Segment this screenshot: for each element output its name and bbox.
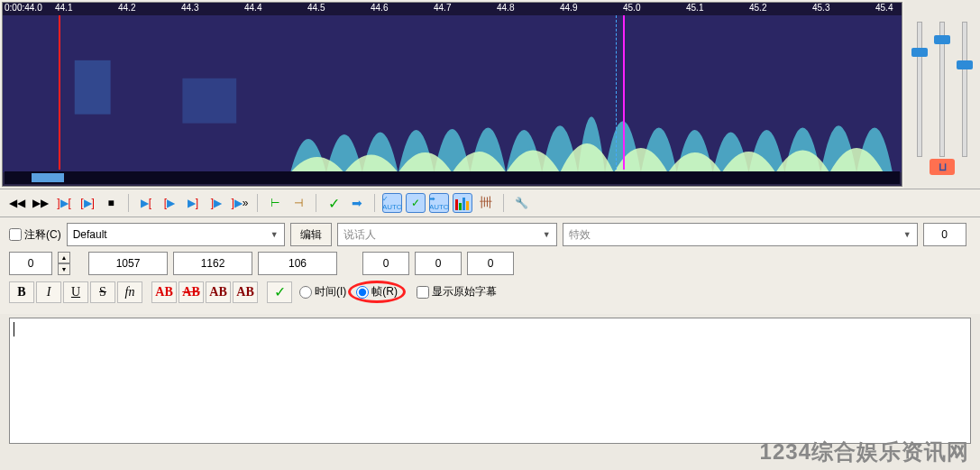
color1-button[interactable]: AB xyxy=(151,281,177,303)
audio-toolbar: ◀◀ ▶▶ ]▶[ [▶] ■ ▶[ [▶ ▶] ]▶ ]▶» ⊢ ⊣ ✓ ➡ … xyxy=(0,189,980,217)
auto-commit-button[interactable]: ✓ xyxy=(406,193,426,213)
link-toggle-button[interactable]: ⊔ xyxy=(930,159,955,175)
svg-rect-1 xyxy=(75,60,111,115)
italic-button[interactable]: I xyxy=(36,281,61,303)
start-time-input[interactable]: 1057 xyxy=(88,252,168,275)
settings-button[interactable]: 🔧 xyxy=(511,193,531,213)
commit-text-button[interactable]: ✓ xyxy=(267,281,292,303)
watermark-text: 1234综合娱乐资讯网 xyxy=(760,438,969,466)
auto-next-button[interactable]: ➡AUTO xyxy=(429,193,449,213)
end-time-input[interactable]: 1162 xyxy=(173,252,252,275)
svg-rect-2 xyxy=(182,78,236,124)
ruler-start: 0:00:44.0 xyxy=(5,3,42,13)
svg-rect-3 xyxy=(455,199,458,210)
spectrogram-display[interactable] xyxy=(3,15,902,170)
lead-out-button[interactable]: ⊣ xyxy=(289,193,308,213)
keyframe-marker xyxy=(616,15,617,170)
show-original-checkbox[interactable]: 显示原始字幕 xyxy=(417,284,497,300)
prev-line-button[interactable]: ◀◀ xyxy=(7,193,27,213)
layer-input[interactable]: 0 xyxy=(9,252,52,275)
play-before-end-button[interactable]: ▶] xyxy=(183,193,203,213)
volume-slider[interactable] xyxy=(962,22,967,157)
karaoke-button[interactable]: 卌 xyxy=(476,193,496,213)
play-after-end-button[interactable]: ]▶ xyxy=(206,193,226,213)
slider-panel: ⊔ xyxy=(904,0,980,189)
color3-button[interactable]: AB xyxy=(206,281,231,303)
frame-mode-highlight: 帧(R) xyxy=(348,281,406,303)
font-button[interactable]: fn xyxy=(117,281,142,303)
svg-rect-4 xyxy=(459,203,462,210)
comment-checkbox[interactable]: 注释(C) xyxy=(9,227,61,243)
chevron-down-icon: ▼ xyxy=(903,230,911,239)
stop-button[interactable]: ■ xyxy=(101,193,121,213)
time-mode-radio[interactable]: 时间(I) xyxy=(299,284,346,300)
zoom-slider-v[interactable] xyxy=(939,22,945,157)
play-selection-button[interactable]: ]▶[ xyxy=(54,193,74,213)
layer-down-button[interactable]: ▼ xyxy=(58,263,70,275)
effect-select[interactable]: 特效▼ xyxy=(563,223,918,246)
frame-mode-radio[interactable]: 帧(R) xyxy=(356,284,398,300)
margin-r2-input[interactable]: 0 xyxy=(415,252,462,275)
strike-button[interactable]: S xyxy=(90,281,115,303)
svg-rect-5 xyxy=(463,198,465,210)
duration-input[interactable]: 106 xyxy=(258,252,337,275)
lead-in-button[interactable]: ⊢ xyxy=(265,193,285,213)
go-button[interactable]: ➡ xyxy=(347,193,367,213)
spectrogram-panel[interactable]: 0:00:44.0 44.1 44.2 44.3 44.4 44.5 44.6 … xyxy=(2,2,902,187)
bold-button[interactable]: B xyxy=(9,281,34,303)
underline-button[interactable]: U xyxy=(63,281,88,303)
play-after-start-button[interactable]: [▶ xyxy=(160,193,179,213)
play-line-button[interactable]: [▶] xyxy=(78,193,97,213)
color2-button[interactable]: AB xyxy=(179,281,204,303)
zoom-slider-h[interactable] xyxy=(917,22,922,157)
margin-right-input[interactable]: 0 xyxy=(923,223,966,246)
style-select[interactable]: Default▼ xyxy=(67,223,285,246)
chevron-down-icon: ▼ xyxy=(543,230,551,239)
selection-start-marker[interactable] xyxy=(59,15,60,170)
actor-select[interactable]: 说话人▼ xyxy=(337,223,557,246)
margin-l-input[interactable]: 0 xyxy=(362,252,409,275)
time-ruler[interactable]: 0:00:44.0 44.1 44.2 44.3 44.4 44.5 44.6 … xyxy=(3,3,902,15)
spectrum-mode-button[interactable] xyxy=(453,193,472,213)
svg-rect-6 xyxy=(466,201,469,210)
margin-v-input[interactable]: 0 xyxy=(467,252,514,275)
play-to-end-button[interactable]: ]▶» xyxy=(230,193,250,213)
color4-button[interactable]: AB xyxy=(233,281,258,303)
subtitle-text-input[interactable] xyxy=(9,318,971,444)
layer-up-button[interactable]: ▲ xyxy=(58,252,70,263)
playback-cursor[interactable] xyxy=(623,15,625,170)
auto-scroll-button[interactable]: ✓AUTO xyxy=(382,193,402,213)
horizontal-scrollbar[interactable] xyxy=(5,171,900,184)
chevron-down-icon: ▼ xyxy=(270,230,279,239)
commit-button[interactable]: ✓ xyxy=(324,193,343,213)
scrollbar-thumb[interactable] xyxy=(32,173,64,182)
next-line-button[interactable]: ▶▶ xyxy=(31,193,50,213)
edit-style-button[interactable]: 编辑 xyxy=(290,223,332,246)
play-before-start-button[interactable]: ▶[ xyxy=(136,193,156,213)
